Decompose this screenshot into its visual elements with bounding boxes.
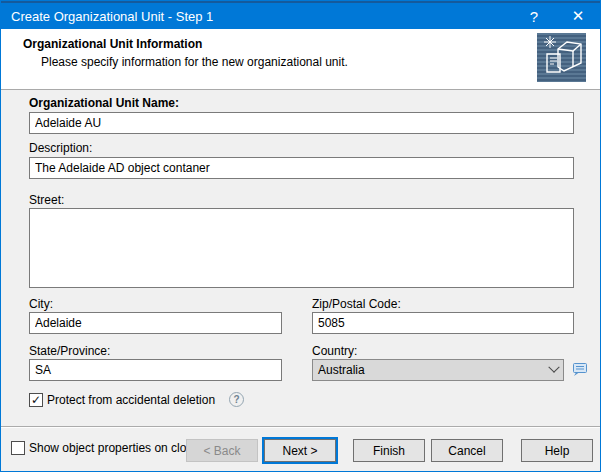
- help-button[interactable]: Help: [521, 439, 593, 462]
- protect-deletion-label: Protect from accidental deletion: [47, 393, 215, 407]
- zip-input[interactable]: [312, 312, 574, 334]
- country-dropdown[interactable]: Australia: [312, 359, 564, 381]
- protect-deletion-row: ✓ Protect from accidental deletion ?: [29, 392, 244, 407]
- ou-name-label: Organizational Unit Name:: [29, 96, 179, 110]
- description-label: Description:: [29, 141, 92, 155]
- show-properties-checkbox[interactable]: [11, 441, 25, 455]
- chevron-down-icon: [548, 362, 559, 373]
- header-title: Organizational Unit Information: [23, 37, 202, 51]
- header-subtitle: Please specify information for the new o…: [41, 55, 348, 69]
- check-icon: ✓: [31, 394, 41, 406]
- city-input[interactable]: [29, 312, 282, 334]
- field-help-icon[interactable]: ?: [229, 392, 244, 407]
- description-input[interactable]: [29, 157, 574, 179]
- next-button[interactable]: Next >: [264, 439, 336, 462]
- cancel-button[interactable]: Cancel: [431, 439, 503, 462]
- state-input[interactable]: [29, 359, 282, 381]
- window-close-button[interactable]: ✕: [556, 3, 600, 29]
- country-label: Country:: [312, 344, 357, 358]
- finish-button[interactable]: Finish: [353, 439, 425, 462]
- new-ou-folder-icon: [537, 33, 586, 82]
- comment-bubble-icon[interactable]: [571, 360, 589, 382]
- title-bar: Create Organizational Unit - Step 1 ? ✕: [1, 1, 600, 29]
- country-selected-value: Australia: [318, 363, 550, 377]
- show-properties-label: Show object properties on close: [29, 441, 199, 455]
- ou-name-input[interactable]: [29, 112, 574, 134]
- street-textarea[interactable]: [29, 208, 574, 288]
- wizard-header: Organizational Unit Information Please s…: [1, 29, 600, 90]
- state-label: State/Province:: [29, 344, 110, 358]
- city-label: City:: [29, 297, 53, 311]
- wizard-footer: Show object properties on close < Back N…: [1, 426, 600, 471]
- window-controls: ? ✕: [512, 3, 600, 29]
- zip-label: Zip/Postal Code:: [312, 297, 401, 311]
- create-ou-wizard-dialog: Create Organizational Unit - Step 1 ? ✕ …: [0, 0, 601, 472]
- window-help-button[interactable]: ?: [512, 3, 556, 29]
- street-label: Street:: [29, 193, 64, 207]
- show-properties-row: Show object properties on close: [11, 441, 199, 455]
- window-title: Create Organizational Unit - Step 1: [1, 9, 213, 24]
- protect-deletion-checkbox[interactable]: ✓: [29, 393, 43, 407]
- back-button[interactable]: < Back: [186, 439, 258, 462]
